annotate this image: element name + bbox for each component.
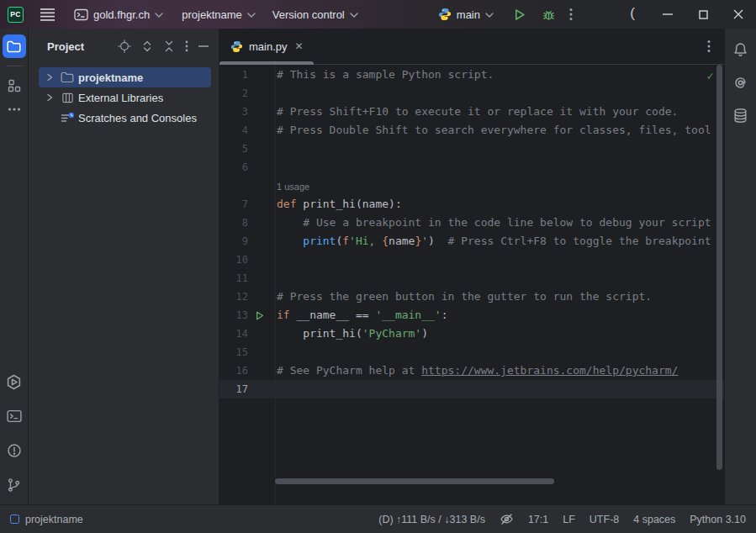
run-line-gutter-icon[interactable] [248,306,270,325]
hide-panel-button[interactable] [197,44,210,49]
chevron-down-icon [155,13,163,18]
project-panel: Project [29,29,219,504]
code-text [270,269,724,288]
gutter-spacer [248,288,270,306]
collapse-all-icon [163,40,175,53]
code-line-2[interactable]: 2 [219,84,724,103]
status-network-speed[interactable]: (D) ↑111 B/s / ↓313 B/s [378,514,485,525]
vertical-scrollbar[interactable] [716,65,722,470]
ai-assistant-button[interactable] [729,71,753,94]
more-actions-button[interactable] [566,4,576,24]
code-text: # Press the green button in the gutter t… [270,288,724,306]
expand-all-button[interactable] [140,38,155,55]
project-dropdown[interactable]: projektname [180,5,257,24]
status-indent-style[interactable]: 4 spaces [633,514,675,525]
maximize-button[interactable] [685,0,721,29]
workspace-dropdown[interactable]: gold.fhgr.ch [72,5,165,24]
status-caret-position[interactable]: 17:1 [528,514,548,525]
code-text: print_hi('PyCharm') [270,325,724,343]
code-line-15[interactable]: 15 [219,343,724,361]
expand-all-icon [141,40,153,53]
tree-expand-chevron-icon[interactable] [43,92,56,103]
status-python-interpreter[interactable]: Python 3.10 [690,514,746,525]
restore-down-button[interactable]: ( [615,0,650,29]
status-file-encoding[interactable]: UTF-8 [589,514,619,525]
code-text [270,84,724,103]
tree-expand-chevron-icon[interactable] [43,72,56,82]
main-menu-button[interactable] [40,8,56,22]
tab-close-button[interactable]: ✕ [293,39,305,54]
code-text: print(f'Hi, {name}') # Press Ctrl+F8 to … [270,232,724,251]
line-number: 3 [219,103,248,121]
tab-list-button[interactable] [704,36,714,56]
code-line-13[interactable]: 13if __name__ == '__main__': [219,306,724,325]
code-line-4[interactable]: 4# Press Double Shift to search everywhe… [219,121,724,140]
notifications-button[interactable] [729,38,753,61]
problems-tool-window-button[interactable] [3,439,26,462]
minimize-button[interactable] [650,0,685,29]
code-hyperlink[interactable]: https://www.jetbrains.com/help/pycharm/ [421,364,678,377]
status-widgets: (D) ↑111 B/s / ↓313 B/s17:1LFUTF-84 spac… [378,512,746,526]
code-line-8[interactable]: 8 # Use a breakpoint in the code line be… [219,214,724,232]
ellipsis-icon [8,108,21,111]
tab-main-py[interactable]: main.py ✕ [219,29,314,64]
code-line-7[interactable]: 7def print_hi(name): [219,195,724,214]
horizontal-scrollbar[interactable] [275,478,554,484]
status-project-widget[interactable]: projektname [10,514,83,525]
vcs-label: Version control [272,8,345,21]
usages-inlay-hint[interactable]: 1 usage [219,177,724,195]
line-number: 8 [219,214,248,232]
code-line-9[interactable]: 9 print(f'Hi, {name}') # Press Ctrl+F8 t… [219,232,724,251]
line-number: 9 [219,232,248,251]
git-branch-icon [7,478,21,493]
code-line-1[interactable]: 1# This is a sample Python script. [219,66,724,84]
titlebar: PC gold.fhgr.ch projektname Version cont… [0,0,756,29]
kebab-menu-icon [185,40,188,52]
structure-tool-window-button[interactable] [3,74,26,98]
code-line-17[interactable]: 17 [219,380,724,398]
database-button[interactable] [729,103,753,127]
chevron-down-icon [485,13,494,18]
code-editor[interactable]: 1# This is a sample Python script.23# Pr… [219,65,724,504]
line-number: 4 [219,121,248,140]
services-tool-window-button[interactable] [3,370,26,393]
tree-item-projektname[interactable]: projektname [39,67,211,87]
collapse-all-button[interactable] [161,38,177,55]
code-text [270,140,724,158]
line-number: 6 [219,158,248,177]
code-line-10[interactable]: 10 [219,251,724,269]
code-line-14[interactable]: 14 print_hi('PyCharm') [219,325,724,343]
run-config-dropdown[interactable]: main [436,4,495,24]
run-config-label: main [457,8,480,21]
code-text: # Press Double Shift to search everywher… [270,121,724,140]
kebab-menu-icon [707,40,711,53]
close-button[interactable] [721,0,756,29]
run-play-icon [512,8,526,22]
tree-item-external-libraries[interactable]: External Libraries [39,87,211,108]
run-button[interactable] [509,4,530,25]
code-line-16[interactable]: 16# See PyCharm help at https://www.jetb… [219,361,724,380]
gutter-spacer [248,121,270,140]
services-hexagon-play-icon [6,374,22,390]
editor-area: main.py ✕ 1# This is a sample Python scr… [219,29,724,504]
gutter-spacer [248,84,270,103]
locate-file-button[interactable] [116,38,133,55]
terminal-tool-window-button[interactable] [3,404,26,428]
code-line-5[interactable]: 5 [219,140,724,158]
panel-options-button[interactable] [183,39,190,54]
tree-item-label: Scratches and Consoles [78,112,197,124]
inspection-ok-icon[interactable]: ✓ [707,69,714,82]
code-line-6[interactable]: 6 [219,158,724,177]
code-line-3[interactable]: 3# Press Shift+F10 to execute it or repl… [219,103,724,121]
version-control-tool-window-button[interactable] [3,473,26,497]
project-tool-window-button[interactable] [3,34,26,58]
vcs-dropdown[interactable]: Version control [271,5,360,24]
more-tool-windows-button[interactable] [3,98,26,121]
debug-button[interactable] [538,4,559,25]
code-line-12[interactable]: 12# Press the green button in the gutter… [219,288,724,306]
tree-item-scratches-and-consoles[interactable]: Scratches and Consoles [39,108,211,128]
project-panel-header: Project [29,29,219,64]
status-line-separator[interactable]: LF [563,514,575,525]
code-line-11[interactable]: 11 [219,269,724,288]
status-highlighting-off-icon[interactable] [500,512,514,526]
